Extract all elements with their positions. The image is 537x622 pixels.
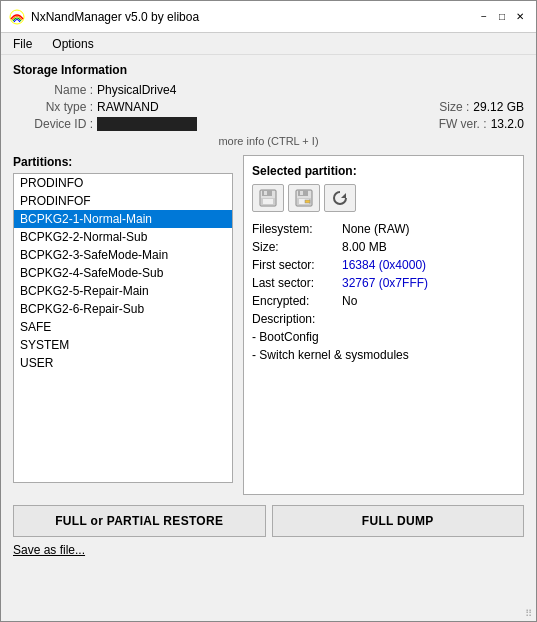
resize-handle[interactable]: ⠿ bbox=[525, 608, 532, 619]
partition-item-bcpkg2-2[interactable]: BCPKG2-2-Normal-Sub bbox=[14, 228, 232, 246]
app-title: NxNandManager v5.0 by eliboa bbox=[31, 10, 199, 24]
firstsector-label: First sector: bbox=[252, 258, 342, 272]
restore-button[interactable] bbox=[324, 184, 356, 212]
filesystem-label: Filesystem: bbox=[252, 222, 342, 236]
encrypted-value: No bbox=[342, 294, 357, 308]
save-icon bbox=[259, 189, 277, 207]
svg-rect-3 bbox=[264, 191, 267, 195]
partition-item-user[interactable]: USER bbox=[14, 354, 232, 372]
firstsector-value: 16384 (0x4000) bbox=[342, 258, 426, 272]
close-button[interactable]: ✕ bbox=[512, 9, 528, 25]
name-label: Name : bbox=[13, 83, 93, 97]
partition-item-bcpkg2-4[interactable]: BCPKG2-4-SafeMode-Sub bbox=[14, 264, 232, 282]
svg-marker-12 bbox=[341, 193, 346, 198]
partition-item-bcpkg2-6[interactable]: BCPKG2-6-Repair-Sub bbox=[14, 300, 232, 318]
action-buttons bbox=[252, 184, 515, 212]
save-as-file-link[interactable]: Save as file... bbox=[13, 543, 524, 557]
deviceid-row: Device ID : FW ver. : 13.2.0 bbox=[13, 117, 524, 131]
deviceid-label: Device ID : bbox=[13, 117, 93, 131]
description-label: Description: bbox=[252, 312, 515, 326]
save2-button[interactable] bbox=[288, 184, 320, 212]
partition-item-prodinfo[interactable]: PRODINFO bbox=[14, 174, 232, 192]
partitions-label: Partitions: bbox=[13, 155, 233, 169]
restore-icon bbox=[331, 189, 349, 207]
svg-rect-11 bbox=[305, 200, 310, 203]
description-block: Description: - BootConfig - Switch kerne… bbox=[252, 312, 515, 364]
lastsector-label: Last sector: bbox=[252, 276, 342, 290]
more-info[interactable]: more info (CTRL + I) bbox=[13, 135, 524, 147]
save-button[interactable] bbox=[252, 184, 284, 212]
app-icon bbox=[9, 9, 25, 25]
encrypted-row: Encrypted: No bbox=[252, 294, 515, 308]
fwver-label: FW ver. : bbox=[439, 117, 487, 131]
detail-table: Filesystem: None (RAW) Size: 8.00 MB Fir… bbox=[252, 222, 515, 364]
partitions-area: Partitions: PRODINFO PRODINFOF BCPKG2-1-… bbox=[13, 155, 524, 495]
storage-info: Storage Information Name : PhysicalDrive… bbox=[13, 63, 524, 147]
nxtype-label: Nx type : bbox=[13, 100, 93, 114]
restore-full-button[interactable]: FULL or PARTIAL RESTORE bbox=[13, 505, 266, 537]
size-row: Size: 8.00 MB bbox=[252, 240, 515, 254]
size-detail-label: Size: bbox=[252, 240, 342, 254]
description-lines: - BootConfig - Switch kernel & sysmodule… bbox=[252, 328, 515, 364]
selected-partition-panel: Selected partition: bbox=[243, 155, 524, 495]
svg-rect-8 bbox=[300, 191, 303, 195]
partition-item-system[interactable]: SYSTEM bbox=[14, 336, 232, 354]
lastsector-value: 32767 (0x7FFF) bbox=[342, 276, 428, 290]
device-id-value bbox=[97, 117, 197, 131]
menu-options[interactable]: Options bbox=[48, 36, 97, 52]
title-bar: NxNandManager v5.0 by eliboa − □ ✕ bbox=[1, 1, 536, 33]
name-value: PhysicalDrive4 bbox=[97, 83, 176, 97]
description-line-1: - BootConfig bbox=[252, 328, 515, 346]
name-row: Name : PhysicalDrive4 bbox=[13, 83, 524, 97]
svg-rect-5 bbox=[263, 199, 273, 204]
partitions-panel: Partitions: PRODINFO PRODINFOF BCPKG2-1-… bbox=[13, 155, 233, 495]
size-value: 29.12 GB bbox=[473, 100, 524, 114]
partitions-list: PRODINFO PRODINFOF BCPKG2-1-Normal-Main … bbox=[13, 173, 233, 483]
bottom-buttons: FULL or PARTIAL RESTORE FULL DUMP bbox=[13, 505, 524, 537]
nxtype-value: RAWNAND bbox=[97, 100, 159, 114]
description-line-2: - Switch kernel & sysmodules bbox=[252, 346, 515, 364]
full-dump-button[interactable]: FULL DUMP bbox=[272, 505, 525, 537]
selected-partition-title: Selected partition: bbox=[252, 164, 515, 178]
firstsector-row: First sector: 16384 (0x4000) bbox=[252, 258, 515, 272]
storage-info-title: Storage Information bbox=[13, 63, 524, 77]
save2-icon bbox=[295, 189, 313, 207]
size-label: Size : bbox=[439, 100, 469, 114]
encrypted-label: Encrypted: bbox=[252, 294, 342, 308]
main-content: Storage Information Name : PhysicalDrive… bbox=[1, 55, 536, 565]
fwver-value: 13.2.0 bbox=[491, 117, 524, 131]
partition-item-bcpkg2-3[interactable]: BCPKG2-3-SafeMode-Main bbox=[14, 246, 232, 264]
partition-item-safe[interactable]: SAFE bbox=[14, 318, 232, 336]
minimize-button[interactable]: − bbox=[476, 9, 492, 25]
menu-file[interactable]: File bbox=[9, 36, 36, 52]
partition-item-bcpkg2-1[interactable]: BCPKG2-1-Normal-Main bbox=[14, 210, 232, 228]
filesystem-value: None (RAW) bbox=[342, 222, 410, 236]
nxtype-row: Nx type : RAWNAND Size : 29.12 GB bbox=[13, 100, 524, 114]
partition-item-prodinfof[interactable]: PRODINFOF bbox=[14, 192, 232, 210]
size-detail-value: 8.00 MB bbox=[342, 240, 387, 254]
maximize-button[interactable]: □ bbox=[494, 9, 510, 25]
lastsector-row: Last sector: 32767 (0x7FFF) bbox=[252, 276, 515, 290]
menu-bar: File Options bbox=[1, 33, 536, 55]
partition-item-bcpkg2-5[interactable]: BCPKG2-5-Repair-Main bbox=[14, 282, 232, 300]
filesystem-row: Filesystem: None (RAW) bbox=[252, 222, 515, 236]
